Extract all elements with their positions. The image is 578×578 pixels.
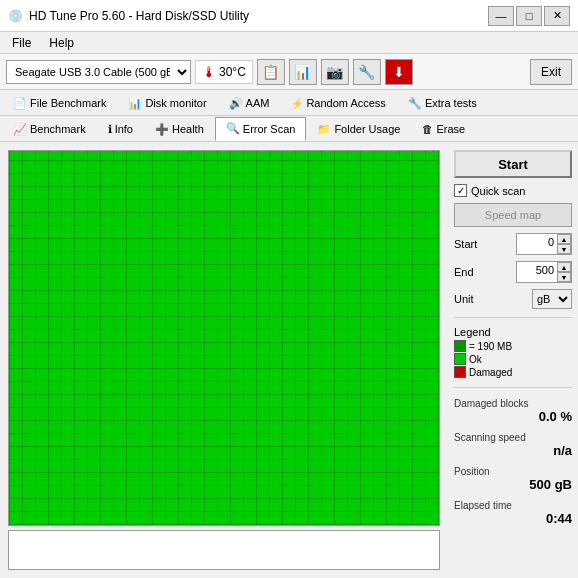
start-field-row: Start 0 ▲ ▼	[454, 233, 572, 255]
end-up-button[interactable]: ▲	[557, 262, 571, 272]
extra-tests-icon: 🔧	[408, 97, 422, 110]
stat-position: Position 500 gB	[454, 466, 572, 492]
legend-item-0: = 190 MB	[454, 340, 572, 352]
tab-erase[interactable]: 🗑 Erase	[411, 117, 476, 141]
tab-file-benchmark-label: File Benchmark	[30, 97, 106, 109]
info-icon-button[interactable]: 📋	[257, 59, 285, 85]
legend-color-1	[454, 353, 466, 365]
legend-label-2: Damaged	[469, 367, 512, 378]
tab-aam[interactable]: 🔊 AAM	[218, 91, 281, 115]
quick-scan-row: Quick scan	[454, 184, 572, 197]
damaged-blocks-value: 0.0 %	[454, 409, 572, 424]
settings-icon-button[interactable]: 🔧	[353, 59, 381, 85]
tab-folder-usage-label: Folder Usage	[334, 123, 400, 135]
end-label: End	[454, 266, 482, 278]
tab-disk-monitor[interactable]: 📊 Disk monitor	[117, 91, 217, 115]
title-bar: 💿 HD Tune Pro 5.60 - Hard Disk/SSD Utili…	[0, 0, 578, 32]
scanning-speed-value: n/a	[454, 443, 572, 458]
quick-scan-checkbox[interactable]	[454, 184, 467, 197]
grid-overlay	[9, 151, 439, 525]
error-scan-icon: 🔍	[226, 122, 240, 135]
legend-title: Legend	[454, 326, 572, 338]
start-spinner[interactable]: 0 ▲ ▼	[516, 233, 572, 255]
aam-icon: 🔊	[229, 97, 243, 110]
scanning-speed-label: Scanning speed	[454, 432, 572, 443]
close-button[interactable]: ✕	[544, 6, 570, 26]
start-value: 0	[517, 234, 557, 254]
download-icon-button[interactable]: ⬇	[385, 59, 413, 85]
menu-file[interactable]: File	[4, 34, 39, 52]
legend: Legend = 190 MB Ok Damaged	[454, 326, 572, 379]
speed-map-button: Speed map	[454, 203, 572, 227]
legend-item-2: Damaged	[454, 366, 572, 378]
temperature-value: 30°C	[219, 65, 246, 79]
start-down-button[interactable]: ▼	[557, 244, 571, 254]
chart-area	[0, 142, 448, 578]
main-content: Start Quick scan Speed map Start 0 ▲ ▼ E…	[0, 142, 578, 578]
legend-color-0	[454, 340, 466, 352]
unit-label: Unit	[454, 293, 482, 305]
tab-file-benchmark[interactable]: 📄 File Benchmark	[2, 91, 117, 115]
app-icon: 💿	[8, 9, 23, 23]
info2-icon-button[interactable]: 📊	[289, 59, 317, 85]
damaged-blocks-label: Damaged blocks	[454, 398, 572, 409]
folder-usage-icon: 📁	[317, 123, 331, 136]
menu-bar: File Help	[0, 32, 578, 54]
end-value: 500	[517, 262, 557, 282]
tab-info-label: Info	[115, 123, 133, 135]
end-down-button[interactable]: ▼	[557, 272, 571, 282]
legend-label-1: Ok	[469, 354, 482, 365]
tab-random-access-label: Random Access	[306, 97, 385, 109]
start-label: Start	[454, 238, 482, 250]
tab-erase-label: Erase	[436, 123, 465, 135]
menu-help[interactable]: Help	[41, 34, 82, 52]
tab-folder-usage[interactable]: 📁 Folder Usage	[306, 117, 411, 141]
tab-disk-monitor-label: Disk monitor	[145, 97, 206, 109]
end-spinner[interactable]: 500 ▲ ▼	[516, 261, 572, 283]
info-icon: ℹ	[108, 123, 112, 136]
exit-button[interactable]: Exit	[530, 59, 572, 85]
end-field-row: End 500 ▲ ▼	[454, 261, 572, 283]
window-title: HD Tune Pro 5.60 - Hard Disk/SSD Utility	[29, 9, 249, 23]
legend-color-2	[454, 366, 466, 378]
scan-grid	[8, 150, 440, 526]
tab-aam-label: AAM	[246, 97, 270, 109]
quick-scan-label: Quick scan	[471, 185, 525, 197]
tab-extra-tests[interactable]: 🔧 Extra tests	[397, 91, 488, 115]
tab-info[interactable]: ℹ Info	[97, 117, 144, 141]
legend-label-0: = 190 MB	[469, 341, 512, 352]
tab-extra-tests-label: Extra tests	[425, 97, 477, 109]
erase-icon: 🗑	[422, 123, 433, 135]
health-icon: ➕	[155, 123, 169, 136]
stat-elapsed-time: Elapsed time 0:44	[454, 500, 572, 526]
disk-monitor-icon: 📊	[128, 97, 142, 110]
tab-benchmark[interactable]: 📈 Benchmark	[2, 117, 97, 141]
tab-random-access[interactable]: ⚡ Random Access	[280, 91, 396, 115]
start-up-button[interactable]: ▲	[557, 234, 571, 244]
benchmark-icon: 📈	[13, 123, 27, 136]
thermometer-icon: 🌡	[202, 64, 216, 80]
right-panel: Start Quick scan Speed map Start 0 ▲ ▼ E…	[448, 142, 578, 578]
stat-scanning-speed: Scanning speed n/a	[454, 432, 572, 458]
position-label: Position	[454, 466, 572, 477]
unit-select[interactable]: MBgB	[532, 289, 572, 309]
tab-error-scan[interactable]: 🔍 Error Scan	[215, 117, 307, 141]
unit-field-row: Unit MBgB	[454, 289, 572, 309]
file-benchmark-icon: 📄	[13, 97, 27, 110]
scan-info-bar	[8, 530, 440, 570]
drive-select[interactable]: Seagate USB 3.0 Cable (500 gB)	[6, 60, 191, 84]
camera-icon-button[interactable]: 📷	[321, 59, 349, 85]
tab-health[interactable]: ➕ Health	[144, 117, 215, 141]
legend-item-1: Ok	[454, 353, 572, 365]
divider2	[454, 387, 572, 388]
minimize-button[interactable]: —	[488, 6, 514, 26]
tab-error-scan-label: Error Scan	[243, 123, 296, 135]
tab-benchmark-label: Benchmark	[30, 123, 86, 135]
stat-damaged-blocks: Damaged blocks 0.0 %	[454, 398, 572, 424]
toolbar: Seagate USB 3.0 Cable (500 gB) 🌡 30°C 📋 …	[0, 54, 578, 90]
divider1	[454, 317, 572, 318]
tab-health-label: Health	[172, 123, 204, 135]
maximize-button[interactable]: □	[516, 6, 542, 26]
start-button[interactable]: Start	[454, 150, 572, 178]
random-access-icon: ⚡	[291, 98, 303, 109]
